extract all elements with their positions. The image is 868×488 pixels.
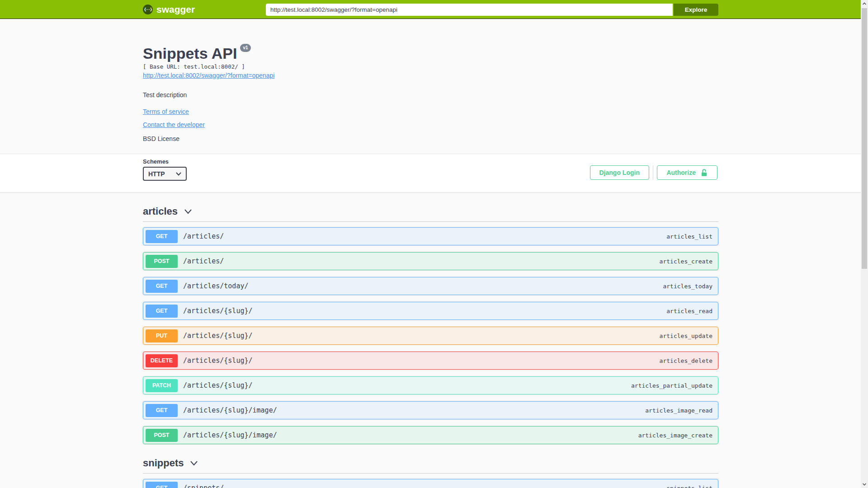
- api-description: Test description: [143, 91, 718, 99]
- operation-row[interactable]: POST /articles/{slug}/image/ articles_im…: [143, 426, 718, 444]
- django-login-label: Django Login: [599, 169, 640, 176]
- method-badge: PATCH: [146, 379, 178, 392]
- operation-row[interactable]: GET /articles/{slug}/image/ articles_ima…: [143, 401, 718, 419]
- operation-id: articles_today: [663, 283, 712, 290]
- base-url: [ Base URL: test.local:8002/ ]: [143, 63, 718, 70]
- operation-path: /articles/: [183, 232, 224, 240]
- vertical-scrollbar: [861, 0, 868, 488]
- operation-id: articles_partial_update: [631, 382, 712, 389]
- tag-header[interactable]: articles: [143, 206, 718, 222]
- method-badge: DELETE: [146, 354, 178, 367]
- spec-link[interactable]: http://test.local:8002/swagger/?format=o…: [143, 72, 274, 80]
- method-badge: GET: [146, 482, 178, 488]
- schemes-select[interactable]: HTTP: [143, 167, 187, 181]
- schemes-label: Schemes: [143, 154, 718, 165]
- chevron-down-icon: [176, 172, 181, 176]
- operation-path: /articles/{slug}/image/: [183, 431, 277, 439]
- method-badge: POST: [146, 255, 178, 268]
- api-title-text: Snippets API: [143, 45, 237, 61]
- schemes-selected-value: HTTP: [148, 170, 165, 178]
- url-input[interactable]: [266, 4, 673, 16]
- unlock-icon: [700, 169, 708, 177]
- operation-id: articles_image_create: [638, 432, 712, 439]
- topbar: {··} swagger Explore: [0, 0, 868, 19]
- method-badge: GET: [146, 404, 178, 417]
- scrollbar-thumb[interactable]: [862, 8, 867, 269]
- swagger-brand-link[interactable]: {··} swagger: [143, 0, 195, 19]
- authorize-button[interactable]: Authorize: [657, 165, 717, 180]
- django-login-button[interactable]: Django Login: [590, 165, 649, 180]
- operation-id: articles_list: [666, 233, 712, 240]
- auth-wrapper: Django Login Authorize: [590, 165, 718, 180]
- operation-id: articles_image_read: [645, 407, 712, 414]
- method-badge: GET: [146, 230, 178, 243]
- chevron-down-icon: [190, 460, 198, 467]
- operation-path: /articles/{slug}/: [183, 357, 253, 365]
- terms-of-service-link[interactable]: Terms of service: [143, 108, 189, 116]
- operation-id: articles_update: [660, 333, 712, 339]
- operation-id: articles_create: [660, 258, 712, 265]
- operation-row[interactable]: DELETE /articles/{slug}/ articles_delete: [143, 352, 718, 370]
- operation-path: /articles/{slug}/: [183, 307, 253, 315]
- operation-row[interactable]: GET /articles/{slug}/ articles_read: [143, 302, 718, 320]
- version-badge: v1: [240, 44, 250, 52]
- method-badge: GET: [146, 280, 178, 293]
- operation-list: GET /articles/ articles_list POST /artic…: [143, 227, 718, 444]
- method-badge: GET: [146, 305, 178, 318]
- operation-row[interactable]: GET /articles/ articles_list: [143, 227, 718, 245]
- scroll-up-icon: [862, 2, 867, 5]
- operation-id: articles_delete: [660, 357, 712, 364]
- method-badge: PUT: [146, 329, 178, 343]
- section-title: snippets: [143, 457, 184, 469]
- authorize-label: Authorize: [666, 169, 696, 176]
- operation-path: /articles/today/: [183, 282, 249, 290]
- tag-section: snippets GET /snippets/ snippets_list: [143, 457, 718, 488]
- operation-list: GET /snippets/ snippets_list: [143, 479, 718, 488]
- chevron-down-icon: [184, 208, 192, 215]
- sections: articles GET /articles/ articles_list PO…: [143, 206, 718, 488]
- operation-path: /snippets/: [183, 484, 224, 488]
- operation-path: /articles/: [183, 257, 224, 265]
- operation-row[interactable]: GET /snippets/ snippets_list: [143, 479, 718, 488]
- explore-button[interactable]: Explore: [674, 4, 718, 16]
- scroll-up-button[interactable]: [861, 0, 868, 8]
- scheme-container: Schemes HTTP Django Login Authorize: [0, 154, 868, 192]
- method-badge: POST: [146, 429, 178, 442]
- operation-row[interactable]: PATCH /articles/{slug}/ articles_partial…: [143, 376, 718, 394]
- tag-section: articles GET /articles/ articles_list PO…: [143, 206, 718, 444]
- license-text: BSD License: [143, 135, 718, 143]
- page-title: Snippets API v1: [143, 45, 251, 61]
- operation-row[interactable]: GET /articles/today/ articles_today: [143, 277, 718, 295]
- brand-text: swagger: [156, 4, 195, 15]
- scroll-down-icon: [862, 483, 867, 486]
- operation-id: snippets_list: [666, 485, 712, 488]
- tag-header[interactable]: snippets: [143, 457, 718, 474]
- contact-developer-link[interactable]: Contact the developer: [143, 121, 205, 129]
- operation-path: /articles/{slug}/: [183, 332, 253, 340]
- auth-divider: [653, 165, 654, 180]
- operation-id: articles_read: [666, 308, 712, 314]
- operation-path: /articles/{slug}/image/: [183, 406, 277, 414]
- operation-row[interactable]: POST /articles/ articles_create: [143, 252, 718, 270]
- scroll-down-button[interactable]: [861, 480, 868, 488]
- swagger-logo-icon: {··}: [143, 5, 153, 14]
- operation-row[interactable]: PUT /articles/{slug}/ articles_update: [143, 327, 718, 345]
- download-url-form: Explore: [266, 4, 718, 16]
- info-section: Snippets API v1 [ Base URL: test.local:8…: [0, 19, 868, 154]
- section-title: articles: [143, 206, 178, 217]
- operation-path: /articles/{slug}/: [183, 381, 253, 389]
